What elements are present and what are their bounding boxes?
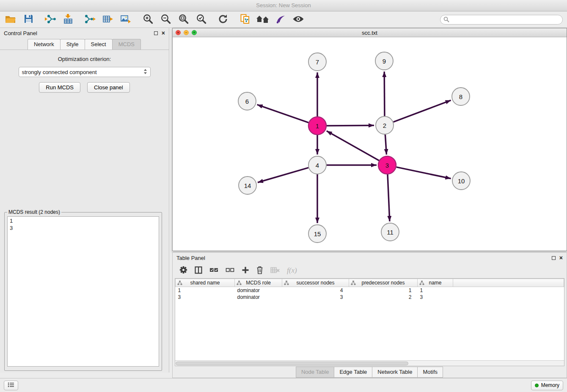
window-titlebar[interactable]: Session: New Session	[0, 0, 567, 11]
scrollbar-thumb[interactable]	[176, 362, 408, 365]
main-toolbar	[0, 11, 567, 28]
table-row[interactable]: 1dominator411	[176, 287, 564, 294]
table-cell: 4	[282, 287, 349, 294]
columns-icon	[195, 266, 202, 275]
export-network-button[interactable]	[84, 13, 96, 26]
table-tab-motifs[interactable]: Motifs	[417, 367, 443, 378]
import-network-button[interactable]	[44, 13, 57, 26]
graph-node-2[interactable]: 2	[376, 116, 394, 134]
style-brush-button[interactable]	[274, 13, 287, 26]
edge-1-to-6[interactable]	[257, 105, 309, 123]
edge-3-to-10[interactable]	[396, 167, 451, 179]
edge-3-to-1[interactable]	[327, 131, 379, 160]
graph-node-15[interactable]: 15	[308, 225, 326, 243]
column-label: shared name	[190, 280, 220, 286]
table-tab-node-table[interactable]: Node Table	[296, 367, 335, 378]
node-label: 3	[385, 162, 389, 169]
table-cell: 3	[418, 294, 453, 301]
close-panel-button[interactable]: Close panel	[87, 82, 130, 93]
tab-mcds[interactable]: MCDS	[112, 39, 141, 50]
tab-style[interactable]: Style	[60, 39, 85, 50]
graph-node-8[interactable]: 8	[452, 88, 470, 105]
table-cell: dominator	[235, 294, 282, 301]
column-header-shared-name[interactable]: shared name	[176, 279, 235, 287]
column-layout-button[interactable]	[195, 266, 202, 275]
float-panel-icon[interactable]	[154, 31, 158, 35]
table-cell: 1	[418, 287, 453, 294]
delete-table-button[interactable]	[270, 267, 280, 275]
graph-node-14[interactable]: 14	[239, 177, 256, 194]
task-list-icon	[8, 382, 14, 389]
table-tab-edge-table[interactable]: Edge Table	[334, 367, 372, 378]
edge-2-to-3[interactable]	[385, 135, 386, 155]
mcds-result-text[interactable]: 1 3	[7, 216, 159, 367]
graph-node-7[interactable]: 7	[308, 53, 326, 71]
refresh-layout-button[interactable]	[217, 13, 229, 26]
zoom-in-button[interactable]	[141, 13, 154, 26]
float-table-panel-icon[interactable]	[552, 256, 556, 260]
network-overview-button[interactable]	[256, 13, 269, 26]
table-row[interactable]: 3dominator323	[176, 294, 564, 301]
edge-2-to-8[interactable]	[394, 100, 451, 122]
eye-icon	[292, 15, 304, 24]
show-hide-panel-button[interactable]	[292, 13, 305, 26]
open-folder-icon	[5, 15, 16, 25]
delete-row-button[interactable]	[256, 266, 263, 276]
edge-3-to-11[interactable]	[388, 174, 390, 221]
tab-network[interactable]: Network	[28, 39, 61, 50]
run-mcds-button[interactable]: Run MCDS	[39, 82, 80, 93]
node-label: 4	[316, 162, 319, 169]
node-label: 7	[316, 58, 319, 66]
column-label: MCDS role	[246, 280, 271, 286]
function-builder-button[interactable]: f(x)	[287, 266, 297, 275]
graph-node-1[interactable]: 1	[308, 117, 326, 135]
graph-node-3[interactable]: 3	[378, 156, 396, 174]
table-tab-network-table[interactable]: Network Table	[372, 367, 418, 378]
node-label: 9	[383, 58, 386, 65]
node-label: 1	[316, 122, 319, 130]
node-label: 11	[387, 229, 394, 236]
import-table-button[interactable]	[62, 13, 74, 26]
graph-node-11[interactable]: 11	[381, 223, 399, 241]
graph-node-9[interactable]: 9	[375, 52, 393, 70]
save-session-button[interactable]	[22, 13, 35, 26]
zoom-out-button[interactable]	[159, 13, 172, 26]
select-all-rows-button[interactable]	[209, 267, 218, 274]
column-header-successor-nodes[interactable]: successor nodes	[282, 279, 349, 287]
column-header-name[interactable]: name	[418, 279, 453, 287]
table-settings-button[interactable]	[179, 266, 187, 275]
table-horizontal-scrollbar[interactable]	[175, 360, 564, 366]
maximize-window-icon[interactable]: +	[192, 30, 197, 35]
close-window-icon[interactable]: ×	[176, 30, 181, 35]
edge-4-to-14[interactable]	[258, 168, 308, 182]
zoom-selected-button[interactable]	[195, 13, 207, 26]
column-header-predecessor-nodes[interactable]: predecessor nodes	[349, 279, 418, 287]
zoom-selected-icon	[196, 14, 206, 25]
graph-node-6[interactable]: 6	[238, 92, 256, 110]
close-panel-icon[interactable]: ×	[162, 30, 165, 36]
export-image-button[interactable]	[119, 13, 132, 26]
edge-2-to-9[interactable]	[384, 72, 385, 116]
search-input[interactable]	[440, 15, 563, 25]
add-row-button[interactable]	[242, 266, 249, 275]
graph-node-10[interactable]: 10	[452, 172, 470, 190]
edge-1-to-2[interactable]	[327, 125, 374, 126]
optimization-label: Optimization criterion:	[58, 56, 111, 62]
tab-select[interactable]: Select	[85, 39, 113, 50]
task-history-button[interactable]	[4, 381, 18, 390]
deselect-all-rows-button[interactable]	[226, 267, 234, 274]
export-table-button[interactable]	[102, 13, 114, 26]
graph-node-4[interactable]: 4	[308, 156, 326, 174]
node-label: 6	[245, 98, 249, 105]
node-label: 10	[458, 177, 465, 185]
column-header-mcds-role[interactable]: MCDS role	[235, 279, 282, 287]
memory-button[interactable]: Memory	[531, 381, 563, 390]
open-session-button[interactable]	[4, 13, 17, 26]
copy-network-view-button[interactable]	[239, 13, 251, 26]
optimization-dropdown[interactable]: strongly connected component	[19, 67, 151, 77]
zoom-fit-button[interactable]	[177, 13, 190, 26]
network-canvas[interactable]: 7968124314101511	[173, 37, 567, 251]
close-table-panel-icon[interactable]: ×	[559, 255, 563, 260]
minimize-window-icon[interactable]: −	[184, 30, 189, 35]
network-window-titlebar[interactable]: × − + scc.txt	[173, 28, 567, 37]
